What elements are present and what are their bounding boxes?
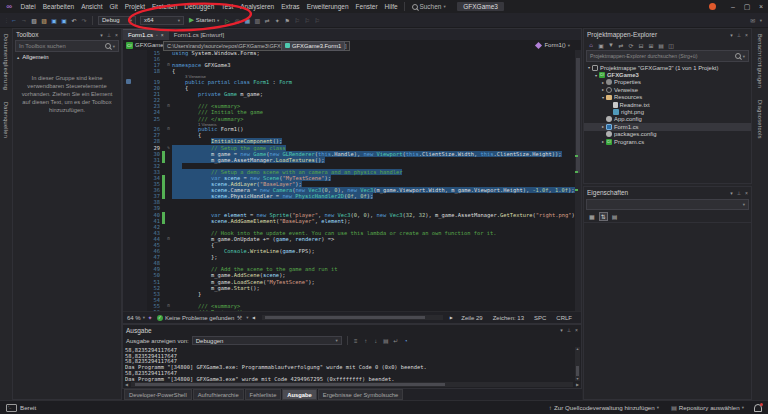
account-icon[interactable] <box>709 3 716 10</box>
tree-item-form1-cs[interactable]: ▸Form1.cs <box>584 123 751 130</box>
previous-message-icon[interactable]: ↑ <box>362 336 370 346</box>
tab-dokumentgliederung[interactable]: Dokumentgliederung <box>3 34 9 90</box>
scrollbar-thumb[interactable] <box>265 316 425 319</box>
tree-item-program-cs[interactable]: ▸C#Program.cs <box>584 138 751 145</box>
close-icon[interactable]: × <box>745 32 748 38</box>
solution-explorer-search-input[interactable]: Projektmappen-Explorer durchsuchen (Strg… <box>586 50 749 62</box>
redo-icon[interactable]: ↷ <box>80 15 88 25</box>
menu-test[interactable]: Test <box>218 3 237 10</box>
add-window-icon[interactable]: ▥ <box>253 15 261 25</box>
output-log[interactable]: 58,823529411764758,823529411764758,82352… <box>125 348 573 382</box>
window-layout-icon[interactable]: ▦ <box>243 15 251 25</box>
property-pages-icon[interactable]: ▤ <box>612 213 618 220</box>
feedback-terminal-icon[interactable]: ›_ <box>6 404 17 412</box>
bottom-tab-developer-powershell[interactable]: Developer-PowerShell <box>124 389 192 400</box>
menu-projekt[interactable]: Projekt <box>121 3 148 10</box>
tree-item-packages-config[interactable]: packages.config <box>584 131 751 138</box>
tree-item-properties[interactable]: ▸Properties <box>584 79 751 86</box>
notifications-bell-icon[interactable] <box>754 404 762 412</box>
pin-icon[interactable]: ⊥ <box>737 32 741 38</box>
code-cleanup-icon[interactable]: ✦ <box>273 15 281 25</box>
toolbar-options-icon[interactable]: ▾ <box>760 18 762 23</box>
undo-icon[interactable]: ↶ <box>70 15 78 25</box>
line-indicator[interactable]: Zeile 29 <box>461 315 482 321</box>
tab-close-icon[interactable]: × <box>161 32 164 38</box>
close-icon[interactable]: × <box>575 327 578 333</box>
scrollbar-thumb[interactable] <box>576 366 579 376</box>
document-tab-1[interactable]: Form1.cs [Entwurf] <box>169 30 229 40</box>
toolbox-search-input[interactable]: In Toolbox suchen ▾ <box>15 40 119 52</box>
save-all-icon[interactable]: ▣ <box>60 15 68 25</box>
bottom-tab-ergebnisse-der-symbolsuche[interactable]: Ergebnisse der Symbolsuche <box>318 389 403 400</box>
show-all-files-icon[interactable]: ⊞ <box>647 40 655 50</box>
breadcrumb-class-dropdown[interactable]: GFXGame3.Form1 <box>281 41 345 51</box>
sync-with-active-document-icon[interactable]: ⇄ <box>617 40 625 50</box>
properties-icon[interactable]: ▤ <box>657 40 665 50</box>
menu-datei[interactable]: Datei <box>17 3 39 10</box>
save-icon[interactable]: ▣ <box>50 15 58 25</box>
screwdriver-icon[interactable]: ⚒ <box>235 313 243 323</box>
filter-icon[interactable]: ▼ <box>607 40 615 50</box>
attach-to-process-icon[interactable]: ◎ <box>233 15 241 25</box>
tree-item-resources[interactable]: ▾Resources <box>584 94 751 101</box>
tree-item-verweise[interactable]: ▸Verweise <box>584 86 751 93</box>
tree-item-app-config[interactable]: App.config <box>584 116 751 123</box>
chevron-down-icon[interactable]: ▾ <box>100 32 103 38</box>
clear-bookmarks-icon[interactable]: ⚐ <box>313 15 321 25</box>
tree-item-gfxgame3[interactable]: ▾C#GFXGame3 <box>584 71 751 78</box>
navigate-forward-icon[interactable]: → <box>20 15 28 25</box>
maximize-button[interactable]: ▢ <box>740 3 754 11</box>
alphabetical-icon[interactable]: ⇅ <box>599 212 608 221</box>
switch-views-icon[interactable]: ▣ <box>597 40 605 50</box>
menu-fenster[interactable]: Fenster <box>352 3 381 10</box>
editor-horizontal-scrollbar[interactable] <box>262 315 444 320</box>
scroll-left-icon[interactable]: ◀ <box>125 382 128 387</box>
zoom-level-dropdown[interactable]: 64 %▾ <box>127 315 145 321</box>
menu-erstellen[interactable]: Erstellen <box>149 3 181 10</box>
health-status[interactable]: Keine Probleme gefunden <box>165 315 234 321</box>
space-indicator[interactable]: SPC <box>534 315 546 321</box>
select-repository-button[interactable]: ▤Repository auswählen▾ <box>671 404 744 411</box>
bottom-tab-ausgabe[interactable]: Ausgabe <box>282 389 316 400</box>
tree-item-right-png[interactable]: right.png <box>584 108 751 115</box>
start-debugging-button[interactable]: ▶ Starten▾ <box>189 16 219 24</box>
close-button[interactable]: × <box>754 3 768 10</box>
tree-item-readme-txt[interactable]: Readme.txt <box>584 101 751 108</box>
tab-pin-icon[interactable]: ◦ <box>156 32 158 38</box>
new-project-icon[interactable]: ▧ <box>30 15 38 25</box>
clear-all-icon[interactable]: ▤ <box>382 336 390 346</box>
menu-erweiterungen[interactable]: Erweiterungen <box>303 3 352 10</box>
pin-icon[interactable]: ⊥ <box>567 327 571 333</box>
tree-item-projektmappe-gfxgame3-1-von-1-projekt-[interactable]: ▾Projektmappe "GFXGame3" (1 von 1 Projek… <box>584 64 751 71</box>
scroll-up-icon[interactable]: ▲ <box>575 347 580 351</box>
search-button[interactable]: Suchen▾ <box>408 3 449 10</box>
messages-icon[interactable]: ≡ <box>352 336 360 346</box>
scroll-right-icon[interactable]: ▶ <box>576 382 579 387</box>
previous-bookmark-icon[interactable]: ⚐ <box>293 15 301 25</box>
menu-debuggen[interactable]: Debuggen <box>181 3 218 10</box>
autoscroll-clock-icon[interactable]: ◔ <box>402 336 410 346</box>
eol-indicator[interactable]: CRLF <box>556 315 572 321</box>
scroll-right-icon[interactable]: ▶ <box>447 313 455 323</box>
next-bookmark-icon[interactable]: ⚐ <box>303 15 311 25</box>
close-icon[interactable]: × <box>115 32 118 38</box>
word-wrap-icon[interactable]: ↵ <box>392 336 400 346</box>
output-source-combo[interactable]: Debuggen▾ <box>192 336 342 345</box>
properties-object-combo[interactable]: ▾ <box>586 199 749 210</box>
toolbox-group-allgemein[interactable]: ▴ Allgemein <box>13 52 121 62</box>
menu-extras[interactable]: Extras <box>278 3 303 10</box>
platform-combo[interactable]: x64▾ <box>140 16 184 25</box>
bottom-tab-fehlerliste[interactable]: Fehlerliste <box>245 389 282 400</box>
close-icon[interactable]: × <box>745 190 748 196</box>
menu-analysieren[interactable]: Analysieren <box>237 3 278 10</box>
chevron-down-icon[interactable]: ▾ <box>730 32 733 38</box>
menu-bearbeiten[interactable]: Bearbeiten <box>39 3 77 10</box>
tab-diagnosetools[interactable]: Diagnosetools <box>757 100 763 139</box>
chevron-down-icon[interactable]: ▾ <box>730 190 733 196</box>
pin-icon[interactable]: ⊥ <box>107 32 111 38</box>
pin-icon[interactable]: ⊥ <box>737 190 741 196</box>
home-icon[interactable]: ⌂ <box>587 40 595 50</box>
preview-selected-icon[interactable]: ◫ <box>667 40 675 50</box>
open-file-icon[interactable]: ▨ <box>40 15 48 25</box>
output-vertical-scrollbar[interactable]: ▲ ▼ <box>575 347 580 381</box>
